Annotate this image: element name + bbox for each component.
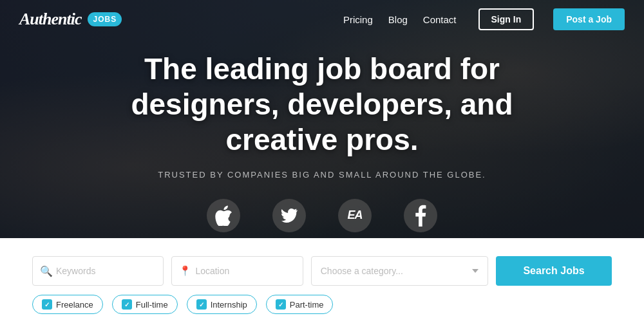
- internship-checkbox: ✓: [196, 299, 207, 310]
- freelance-label: Freelance: [56, 300, 93, 310]
- ea-logo: EA: [338, 199, 372, 232]
- company-logos: EA: [207, 199, 437, 232]
- apple-icon: [214, 205, 232, 226]
- ea-text: EA: [347, 209, 362, 222]
- main-nav: Pricing Blog Contact Sign In Post a Job: [343, 8, 625, 30]
- post-job-button[interactable]: Post a Job: [553, 8, 625, 30]
- nav-blog[interactable]: Blog: [388, 14, 408, 25]
- hero-title: The leading job board for designers, dev…: [90, 51, 554, 158]
- search-row: 🔍 📍 Choose a category... Search Jobs: [32, 256, 612, 286]
- filter-internship[interactable]: ✓ Internship: [187, 295, 257, 314]
- keywords-wrap: 🔍: [32, 256, 164, 286]
- filter-row: ✓ Freelance ✓ Full-time ✓ Internship ✓ P…: [32, 295, 612, 314]
- nav-contact[interactable]: Contact: [423, 14, 457, 25]
- fulltime-checkbox: ✓: [122, 299, 132, 310]
- signin-button[interactable]: Sign In: [478, 8, 535, 30]
- search-jobs-button[interactable]: Search Jobs: [496, 256, 612, 286]
- category-select[interactable]: Choose a category...: [311, 256, 488, 286]
- location-icon: 📍: [179, 265, 191, 277]
- twitter-logo: [272, 199, 306, 232]
- jobs-badge: JOBS: [88, 12, 122, 26]
- freelance-checkbox: ✓: [42, 299, 52, 310]
- apple-logo: [207, 199, 240, 232]
- site-header: Authentic JOBS Pricing Blog Contact Sign…: [0, 0, 644, 39]
- facebook-logo: [404, 199, 437, 232]
- hero-subtitle: TRUSTED BY COMPANIES BIG AND SMALL AROUN…: [158, 170, 486, 180]
- filter-parttime[interactable]: ✓ Part-time: [266, 295, 334, 314]
- search-section: 🔍 📍 Choose a category... Search Jobs ✓ F…: [0, 238, 644, 329]
- internship-label: Internship: [211, 300, 247, 310]
- fulltime-label: Full-time: [136, 300, 168, 310]
- nav-pricing[interactable]: Pricing: [343, 14, 373, 25]
- hero-section: Authentic JOBS Pricing Blog Contact Sign…: [0, 0, 644, 238]
- filter-fulltime[interactable]: ✓ Full-time: [112, 295, 178, 314]
- parttime-checkbox: ✓: [276, 299, 286, 310]
- filter-freelance[interactable]: ✓ Freelance: [32, 295, 103, 314]
- twitter-icon: [281, 209, 298, 223]
- search-icon: 🔍: [40, 265, 53, 277]
- location-wrap: 📍: [171, 256, 303, 286]
- logo-area: Authentic JOBS: [19, 10, 122, 29]
- facebook-icon: [415, 205, 426, 227]
- logo-text: Authentic: [19, 10, 81, 29]
- parttime-label: Part-time: [290, 300, 324, 310]
